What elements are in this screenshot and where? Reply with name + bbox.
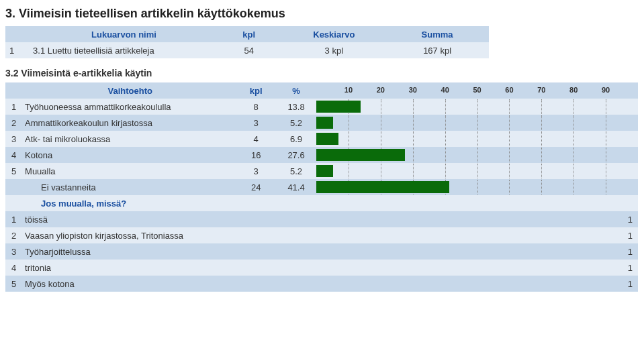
row-pct: 6.9: [276, 131, 316, 147]
row-index: 4: [5, 147, 22, 163]
chart-cell: [316, 99, 638, 114]
chart-cell: [316, 148, 638, 162]
table-row: 5Muualla35.2: [5, 163, 638, 179]
row-sum: 167 kpl: [385, 42, 489, 58]
row-name: Muualla: [22, 163, 236, 179]
col-kpl: kpl: [236, 82, 276, 99]
row-name: Ammattikorkeakoulun kirjastossa: [22, 115, 236, 131]
col-keskiarvo: Keskiarvo: [282, 26, 385, 42]
row-index: 1: [5, 42, 32, 58]
ei-kpl: 24: [236, 179, 276, 195]
table-row: 1 3.1 Luettu tieteellisiä artikkeleja 54…: [5, 42, 489, 58]
axis-tick: 30: [409, 86, 417, 94]
row-index: 1: [5, 211, 22, 227]
row-pct: 13.8: [276, 99, 316, 115]
axis-tick: 20: [377, 86, 385, 94]
chart-cell: [316, 115, 638, 130]
free-text: töissä: [22, 211, 236, 227]
free-text: tritonia: [22, 260, 236, 276]
axis-tick: 60: [505, 86, 513, 94]
jos-muualla-row: Jos muualla, missä?: [5, 195, 638, 211]
row-kpl: 3: [236, 163, 276, 179]
table-row: 4Kotona1627.6: [5, 147, 638, 163]
row-index: 3: [5, 243, 22, 260]
row-index: 4: [5, 260, 22, 276]
row-index: 2: [5, 115, 22, 131]
free-count: 1: [316, 243, 638, 260]
axis-tick: 80: [569, 86, 578, 94]
free-text: Vaasan yliopiston kirjastossa, Tritonias…: [22, 227, 236, 243]
axis-tick: 10: [344, 86, 353, 94]
free-text-row: 3Työharjoittelussa1: [5, 243, 638, 260]
row-kpl: 8: [236, 99, 276, 115]
free-text-row: 5Myös kotona1: [5, 276, 638, 292]
ei-pct: 41.4: [276, 179, 316, 195]
table-row: 1Työhuoneessa ammattikorkeakoululla813.8: [5, 99, 638, 115]
chart-cell: [316, 131, 638, 146]
chart-cell: [316, 164, 638, 178]
row-index: 5: [5, 163, 22, 179]
axis-tick: 90: [602, 86, 610, 94]
row-name: Kotona: [22, 147, 236, 163]
col-lukunimi: Lukuarvon nimi: [32, 26, 216, 42]
free-count: 1: [316, 260, 638, 276]
table-header: Vaihtoehto kpl % 102030405060708090: [5, 82, 638, 99]
free-count: 1: [316, 276, 638, 292]
page-title: 3. Viimeisin tieteellisen artikkelin käy…: [5, 7, 644, 21]
row-name: Atk- tai mikroluokassa: [22, 131, 236, 147]
row-name: 3.1 Luettu tieteellisiä artikkeleja: [32, 42, 216, 58]
options-table: Vaihtoehto kpl % 102030405060708090 1Työ…: [5, 82, 638, 292]
row-pct: 5.2: [276, 163, 316, 179]
row-index: 5: [5, 276, 22, 292]
bar: [316, 117, 333, 129]
table-header: Lukuarvon nimi kpl Keskiarvo Summa: [5, 26, 489, 42]
row-kpl: 3: [236, 115, 276, 131]
col-vaihtoehto: Vaihtoehto: [22, 82, 236, 99]
bar: [316, 165, 333, 177]
summary-table: Lukuarvon nimi kpl Keskiarvo Summa 1 3.1…: [5, 26, 489, 58]
free-text: Myös kotona: [22, 276, 236, 292]
ei-label: Ei vastanneita: [22, 179, 236, 195]
row-kpl: 16: [236, 147, 276, 163]
col-kpl: kpl: [216, 26, 283, 42]
row-kpl: 4: [236, 131, 276, 147]
row-pct: 5.2: [276, 115, 316, 131]
row-pct: 27.6: [276, 147, 316, 163]
col-pct: %: [276, 82, 316, 99]
col-summa: Summa: [385, 26, 489, 42]
free-text-row: 4tritonia1: [5, 260, 638, 276]
free-text-row: 1töissä1: [5, 211, 638, 227]
free-count: 1: [316, 211, 638, 227]
table-row: 3Atk- tai mikroluokassa46.9: [5, 131, 638, 147]
section2-title: 3.2 Viimeisintä e-artikkelia käytin: [5, 68, 644, 78]
row-index: 2: [5, 227, 22, 243]
free-text-row: 2Vaasan yliopiston kirjastossa, Tritonia…: [5, 227, 638, 243]
free-count: 1: [316, 227, 638, 243]
table-row: 2Ammattikorkeakoulun kirjastossa35.2: [5, 115, 638, 131]
row-index: 3: [5, 131, 22, 147]
axis-tick: 50: [473, 86, 481, 94]
free-text: Työharjoittelussa: [22, 243, 236, 260]
bar: [316, 149, 405, 161]
row-index: 1: [5, 99, 22, 115]
chart-cell: [316, 180, 638, 194]
axis-tick: 40: [441, 86, 449, 94]
ei-vastanneita-row: Ei vastanneita 24 41.4: [5, 179, 638, 195]
row-name: Työhuoneessa ammattikorkeakoululla: [22, 99, 236, 115]
row-kpl: 54: [216, 42, 283, 58]
bar: [316, 133, 338, 145]
axis-tick: 70: [537, 86, 545, 94]
chart-axis: 102030405060708090: [316, 83, 638, 98]
row-avg: 3 kpl: [282, 42, 385, 58]
jos-label: Jos muualla, missä?: [22, 195, 236, 211]
bar: [316, 181, 449, 193]
bar: [316, 101, 361, 113]
